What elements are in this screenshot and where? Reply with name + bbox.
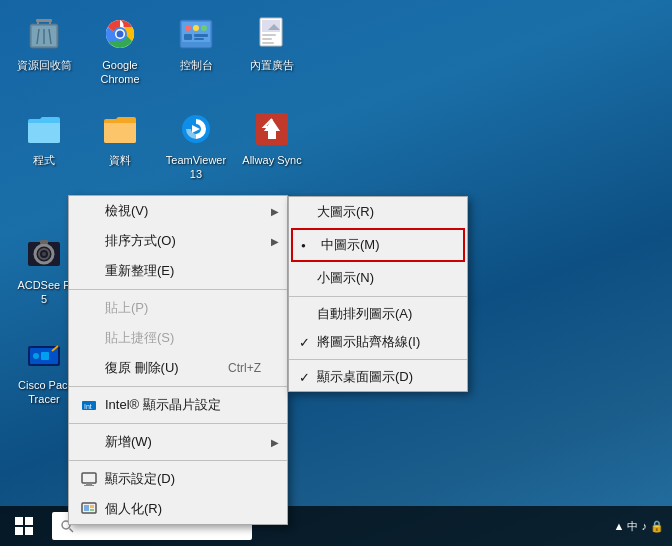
acdsee-label: ACDSee P5: [17, 278, 70, 307]
svg-rect-4: [36, 19, 52, 22]
submenu-align-grid[interactable]: 將圖示貼齊格線(I): [289, 328, 467, 356]
programs-label: 程式: [33, 153, 55, 167]
menu-sort-label: 排序方式(O): [105, 232, 277, 250]
view-submenu: 大圖示(R) 中圖示(M) 小圖示(N) 自動排列圖示(A) 將圖示貼齊格線(I…: [288, 196, 468, 392]
view-icon: [79, 201, 99, 221]
svg-point-16: [201, 25, 207, 31]
taskbar-time: ▲ 中 ♪ 🔒: [613, 519, 664, 534]
submenu-small-icon[interactable]: 小圖示(N): [289, 263, 467, 293]
submenu-show-icons[interactable]: 顯示桌面圖示(D): [289, 363, 467, 391]
svg-point-32: [42, 252, 46, 256]
announcement-label: 內置廣告: [250, 58, 294, 72]
desktop-second-row-icons: 程式 資料: [8, 105, 308, 186]
announcement-icon[interactable]: 內置廣告: [236, 10, 308, 91]
auto-arrange-label: 自動排列圖示(A): [317, 305, 412, 323]
align-grid-label: 將圖示貼齊格線(I): [317, 333, 420, 351]
menu-sep3: [69, 423, 287, 424]
svg-rect-47: [90, 509, 94, 511]
sort-icon: [79, 231, 99, 251]
start-button[interactable]: [0, 506, 48, 546]
menu-personalize[interactable]: 個人化(R): [69, 494, 287, 524]
menu-paste[interactable]: 貼上(P): [69, 293, 287, 323]
refresh-icon: [79, 261, 99, 281]
menu-sort[interactable]: 排序方式(O): [69, 226, 287, 256]
desktop: 資源回收筒 GoogleChrome: [0, 0, 672, 546]
svg-rect-48: [15, 517, 23, 525]
svg-rect-37: [41, 352, 49, 360]
svg-rect-17: [184, 34, 192, 40]
submenu-medium-icon[interactable]: 中圖示(M): [291, 228, 465, 262]
allway-sync-label: Allway Sync: [242, 153, 301, 167]
taskbar-right: ▲ 中 ♪ 🔒: [613, 519, 664, 534]
intel-icon: Int: [79, 395, 99, 415]
svg-rect-19: [194, 38, 204, 40]
data-label: 資料: [109, 153, 131, 167]
menu-paste-shortcut[interactable]: 貼上捷徑(S): [69, 323, 287, 353]
svg-line-53: [70, 529, 74, 533]
menu-sep4: [69, 460, 287, 461]
menu-paste-label: 貼上(P): [105, 299, 277, 317]
menu-display-label: 顯示設定(D): [105, 470, 277, 488]
menu-intel[interactable]: Int Intel® 顯示晶片設定: [69, 390, 287, 420]
svg-rect-50: [15, 527, 23, 535]
menu-sep1: [69, 289, 287, 290]
allway-sync-icon[interactable]: Allway Sync: [236, 105, 308, 186]
svg-rect-23: [262, 38, 272, 40]
svg-rect-24: [262, 42, 274, 44]
svg-rect-49: [25, 517, 33, 525]
cisco-label: Cisco PaciTracer: [18, 378, 70, 407]
menu-personalize-label: 個人化(R): [105, 500, 277, 518]
svg-rect-33: [40, 240, 48, 244]
small-icon-label: 小圖示(N): [317, 269, 374, 287]
personalize-icon: [79, 499, 99, 519]
medium-icon-label: 中圖示(M): [321, 236, 380, 254]
menu-undo-label: 復原 刪除(U): [105, 359, 228, 377]
svg-rect-43: [84, 485, 94, 486]
menu-undo[interactable]: 復原 刪除(U) Ctrl+Z: [69, 353, 287, 383]
svg-rect-18: [194, 34, 208, 37]
control-panel-label: 控制台: [180, 58, 213, 72]
context-menu: 檢視(V) 排序方式(O) 重新整理(E) 貼上(P) 貼上捷徑(S) 復原 刪…: [68, 195, 288, 525]
recycle-bin-icon[interactable]: 資源回收筒: [8, 10, 80, 91]
svg-point-36: [33, 353, 39, 359]
submenu-sep1: [289, 296, 467, 297]
svg-rect-21: [262, 20, 280, 32]
google-chrome-icon[interactable]: GoogleChrome: [84, 10, 156, 91]
submenu-sep2: [289, 359, 467, 360]
svg-rect-41: [82, 473, 96, 483]
control-panel-icon[interactable]: 控制台: [160, 10, 232, 91]
paste-icon: [79, 298, 99, 318]
teamviewer-label: TeamViewer13: [166, 153, 226, 182]
menu-refresh[interactable]: 重新整理(E): [69, 256, 287, 286]
undo-icon: [79, 358, 99, 378]
new-icon: [79, 432, 99, 452]
svg-point-15: [193, 25, 199, 31]
svg-rect-51: [25, 527, 33, 535]
submenu-auto-arrange[interactable]: 自動排列圖示(A): [289, 300, 467, 328]
data-folder-icon[interactable]: 資料: [84, 105, 156, 186]
display-icon: [79, 469, 99, 489]
menu-intel-label: Intel® 顯示晶片設定: [105, 396, 277, 414]
chrome-label: GoogleChrome: [100, 58, 139, 87]
svg-point-14: [185, 25, 191, 31]
desktop-top-icons: 資源回收筒 GoogleChrome: [8, 10, 308, 91]
menu-refresh-label: 重新整理(E): [105, 262, 277, 280]
svg-rect-42: [86, 483, 92, 485]
submenu-large-icon[interactable]: 大圖示(R): [289, 197, 467, 227]
paste-shortcut-icon: [79, 328, 99, 348]
svg-rect-45: [84, 505, 89, 511]
svg-text:Int: Int: [84, 403, 92, 410]
menu-sep2: [69, 386, 287, 387]
svg-rect-46: [90, 505, 94, 508]
svg-rect-22: [262, 34, 276, 36]
menu-paste-shortcut-label: 貼上捷徑(S): [105, 329, 277, 347]
menu-display[interactable]: 顯示設定(D): [69, 464, 287, 494]
svg-point-11: [117, 31, 124, 38]
menu-view[interactable]: 檢視(V): [69, 196, 287, 226]
recycle-bin-label: 資源回收筒: [17, 58, 72, 72]
menu-view-label: 檢視(V): [105, 202, 277, 220]
undo-shortcut: Ctrl+Z: [228, 361, 277, 375]
teamviewer-icon[interactable]: TeamViewer13: [160, 105, 232, 186]
programs-folder-icon[interactable]: 程式: [8, 105, 80, 186]
menu-new[interactable]: 新增(W): [69, 427, 287, 457]
